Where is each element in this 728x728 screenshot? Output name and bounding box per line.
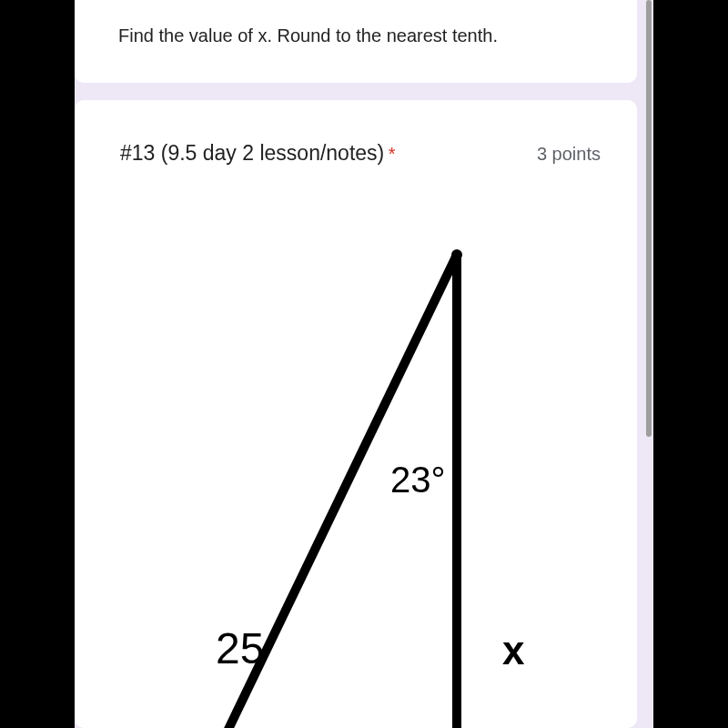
scrollbar[interactable] bbox=[646, 0, 652, 437]
question-title: #13 (9.5 day 2 lesson/notes) * bbox=[120, 141, 396, 166]
angle-label: 23° bbox=[390, 460, 446, 500]
question-header: #13 (9.5 day 2 lesson/notes) * 3 points bbox=[120, 141, 601, 166]
required-asterisk: * bbox=[389, 144, 396, 164]
triangle-diagram: 23° 25 x bbox=[75, 205, 637, 728]
app-viewport: Find the value of x. Round to the neares… bbox=[75, 0, 653, 728]
side-label-25: 25 bbox=[216, 623, 264, 673]
question-card: #13 (9.5 day 2 lesson/notes) * 3 points … bbox=[75, 100, 637, 728]
question-title-text: #13 (9.5 day 2 lesson/notes) bbox=[120, 141, 384, 165]
points-label: 3 points bbox=[537, 144, 601, 165]
side-label-x: x bbox=[502, 628, 524, 673]
instruction-card: Find the value of x. Round to the neares… bbox=[75, 0, 637, 83]
instruction-text: Find the value of x. Round to the neares… bbox=[118, 25, 610, 46]
